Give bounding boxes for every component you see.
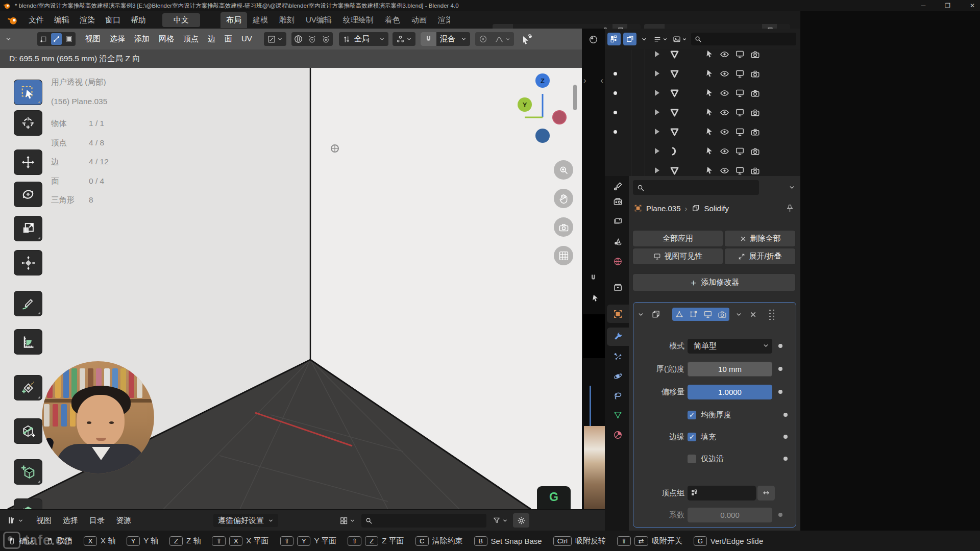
menu-item[interactable]: 窗口 [100, 13, 126, 27]
viewport-menu-item[interactable]: 网格 [154, 32, 179, 46]
tool-transform[interactable] [14, 251, 42, 275]
pan-hand-button[interactable] [554, 189, 573, 208]
cursor-mini-icon[interactable] [591, 294, 600, 303]
expand-arrow-icon[interactable] [655, 109, 659, 115]
outliner-sync-button[interactable] [623, 33, 636, 45]
language-button[interactable]: 中文 [162, 13, 200, 27]
menu-item[interactable]: 帮助 [126, 13, 151, 27]
selectable-toggle-icon[interactable] [705, 49, 714, 59]
pivot-point-dropdown[interactable] [393, 32, 415, 46]
delete-modifier-icon[interactable] [749, 311, 757, 318]
workspace-tab[interactable]: 建模 [247, 12, 274, 28]
viewport-menu-item[interactable]: UV [237, 32, 257, 46]
outliner-row[interactable] [605, 49, 800, 63]
tab-constraints[interactable] [607, 386, 629, 405]
expand-arrow-icon[interactable] [655, 70, 659, 77]
hide-eye-toggle-icon[interactable] [720, 88, 729, 98]
face-select-mode-button[interactable] [64, 33, 75, 45]
filter-dropdown[interactable] [493, 516, 508, 524]
viewport-disable-toggle-icon[interactable] [735, 146, 745, 156]
snap-mini-icon[interactable] [589, 273, 598, 282]
thickness-slider[interactable]: 10 mm [688, 362, 772, 377]
modifier-extras-chevron-icon[interactable] [736, 311, 742, 318]
tab-particles[interactable] [607, 347, 629, 365]
viewport-disable-toggle-icon[interactable] [735, 88, 745, 98]
show-gizmo-icon[interactable] [521, 33, 533, 45]
mode-dropdown[interactable]: 简单型 [688, 339, 772, 354]
tool-add-cube[interactable] [14, 460, 42, 484]
animate-dot[interactable] [783, 457, 788, 461]
edge-select-mode-button[interactable] [51, 33, 62, 45]
workspace-tab[interactable]: UV编辑 [300, 12, 337, 28]
properties-search-input[interactable] [633, 180, 759, 195]
ortho-toggle-button[interactable] [554, 246, 573, 265]
expand-region-right-icon[interactable]: › [583, 76, 586, 86]
render-disable-toggle-icon[interactable] [750, 146, 760, 156]
gizmo-y-axis[interactable]: Y [518, 97, 532, 112]
proportional-edit-toggle[interactable] [475, 32, 491, 46]
maximize-button[interactable]: ❐ [945, 2, 950, 9]
outliner-row[interactable] [605, 104, 800, 121]
global-space-icon[interactable] [293, 34, 303, 44]
viewport-menu-item[interactable]: 边 [203, 32, 220, 46]
hide-eye-toggle-icon[interactable] [720, 69, 729, 79]
workspace-tab[interactable]: 动画 [406, 12, 432, 28]
asset-search-input[interactable] [361, 514, 486, 528]
selectable-toggle-icon[interactable] [705, 108, 714, 117]
animate-dot[interactable] [778, 513, 782, 517]
hide-eye-toggle-icon[interactable] [720, 108, 729, 117]
render-disable-toggle-icon[interactable] [750, 166, 760, 176]
pin-icon[interactable] [786, 204, 794, 213]
tab-modifiers[interactable] [607, 328, 629, 346]
animate-dot[interactable] [778, 367, 782, 371]
snap-mode-dropdown[interactable]: 混合 [436, 32, 470, 46]
viewport-menu-item[interactable]: 顶点 [179, 32, 203, 46]
render-disable-toggle-icon[interactable] [750, 88, 760, 98]
proportional-falloff-dropdown[interactable] [491, 32, 514, 46]
apply-all-button[interactable]: 全部应用 [633, 231, 723, 246]
tool-extrude[interactable] [14, 499, 42, 509]
toggle-realtime[interactable] [701, 308, 715, 321]
expand-arrow-icon[interactable] [655, 90, 659, 96]
offset-slider[interactable]: 1.0000 [688, 385, 772, 399]
expand-region-left-icon[interactable]: ‹ [600, 76, 603, 86]
minimize-button[interactable]: ─ [921, 2, 926, 9]
viewport-3d[interactable]: 用户透视 (局部) (156) Plane.035 物体1 / 1顶点4 / 8… [0, 68, 582, 509]
viewport-visibility-button[interactable]: 视图可见性 [633, 248, 723, 264]
expand-arrow-icon[interactable] [655, 148, 659, 154]
asset-menu-item[interactable]: 视图 [31, 513, 57, 528]
properties-options-chevron-icon[interactable] [789, 184, 795, 191]
settings-gear-button[interactable] [513, 513, 529, 528]
tool-rotate[interactable] [14, 182, 42, 207]
transform-orientation-dropdown[interactable]: 全局 [339, 32, 388, 46]
viewport-menu-item[interactable]: 添加 [130, 32, 154, 46]
animate-dot[interactable] [783, 435, 788, 439]
tab-render[interactable] [607, 192, 629, 211]
selectable-toggle-icon[interactable] [705, 146, 714, 156]
outliner-row[interactable] [605, 84, 800, 102]
tool-measure[interactable] [14, 330, 42, 354]
tool-move[interactable] [14, 150, 42, 174]
tab-object[interactable] [607, 305, 629, 323]
viewport-disable-toggle-icon[interactable] [735, 127, 745, 137]
workspace-tab[interactable]: 布局 [220, 12, 247, 28]
render-disable-toggle-icon[interactable] [750, 69, 760, 79]
tab-output[interactable] [607, 278, 629, 296]
gizmo-z-axis[interactable]: Z [535, 73, 550, 88]
rim-fill-checkbox[interactable]: ✓ [688, 433, 696, 441]
tab-scene[interactable] [607, 232, 629, 251]
delete-all-button[interactable]: 删除全部 [725, 231, 795, 246]
outliner-row[interactable] [605, 162, 800, 176]
add-modifier-button[interactable]: ＋ 添加修改器 [633, 274, 795, 291]
menu-item[interactable]: 编辑 [49, 13, 75, 27]
expand-arrow-icon[interactable] [655, 167, 659, 173]
tool-interactive-cut[interactable] [14, 419, 42, 443]
animate-dot[interactable] [778, 344, 782, 348]
selectable-toggle-icon[interactable] [705, 88, 714, 97]
viewport-menu-item[interactable]: 面 [220, 32, 237, 46]
selectable-toggle-icon[interactable] [705, 166, 714, 175]
render-disable-toggle-icon[interactable] [750, 49, 760, 59]
outliner-display-mode-button[interactable] [607, 33, 621, 45]
viewport-disable-toggle-icon[interactable] [735, 166, 745, 176]
breadcrumb-object[interactable]: Plane.035 [646, 204, 681, 213]
